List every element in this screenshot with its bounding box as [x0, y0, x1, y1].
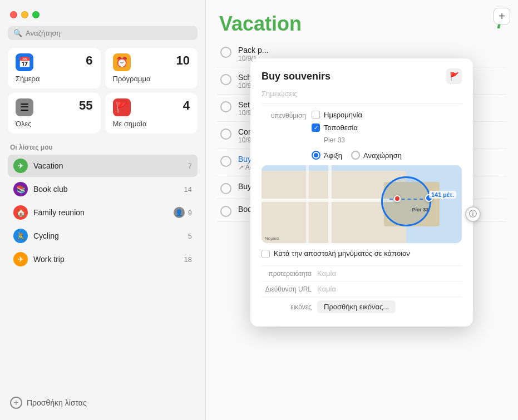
priority-value[interactable]: Καμία [317, 269, 336, 278]
task-checkbox[interactable] [220, 206, 231, 217]
date-checkbox[interactable] [312, 111, 320, 119]
arrival-radio-inner [314, 153, 318, 157]
list-title: Vacation [219, 12, 302, 36]
list-item-cycling-name: Cycling [33, 231, 188, 240]
message-checkbox-label: Κατά την αποστολή μηνύματος σε κάποιον [274, 249, 410, 259]
main-content: + Vacation 7 Pack p... 10/9/1... Sched..… [206, 0, 518, 420]
list-item-work-name: Work trip [33, 255, 184, 264]
list-item-work-count: 18 [184, 255, 192, 264]
distance-label: 141 μέτ. [429, 191, 456, 199]
traffic-lights [10, 11, 198, 18]
all-count: 55 [79, 98, 92, 113]
sidebar: 🔍 📅 6 Σήμερα ⏰ 10 Πρόγραμμα ☰ 55 Όλες 🚩 … [0, 0, 206, 420]
search-bar[interactable]: 🔍 [8, 26, 198, 40]
detail-panel: Buy souvenirs 🚩 Σημειώσεις υπενθύμιση Ημ… [250, 58, 473, 327]
list-item-vacation-count: 7 [188, 162, 192, 170]
notes-placeholder[interactable]: Σημειώσεις [262, 87, 462, 104]
map-background: Pier 33 141 μέτ. Νομικά [262, 165, 462, 243]
priority-row: προτεραιότητα Καμία [262, 265, 462, 281]
date-checkbox-label: Ημερομηνία [324, 111, 362, 119]
url-value[interactable]: Καμία [317, 285, 336, 293]
images-label: εικόνες [262, 303, 312, 311]
add-list-label: Προσθήκη λίστας [27, 398, 87, 407]
panel-header: Buy souvenirs 🚩 [262, 68, 462, 84]
flagged-icon: 🚩 [113, 98, 131, 116]
widget-schedule[interactable]: ⏰ 10 Πρόγραμμα [105, 48, 198, 88]
bookclub-icon: 📚 [13, 182, 28, 196]
list-item-bookclub[interactable]: 📚 Book club 14 [8, 178, 198, 200]
task-checkbox[interactable] [220, 156, 231, 167]
list-item-vacation[interactable]: ✈ Vacation 7 [8, 155, 198, 177]
flag-button[interactable]: 🚩 [446, 68, 462, 84]
date-checkbox-row[interactable]: Ημερομηνία [312, 111, 462, 119]
add-list-button[interactable]: + Προσθήκη λίστας [8, 391, 198, 414]
schedule-icon: ⏰ [113, 53, 131, 71]
departure-radio-button[interactable] [351, 151, 360, 160]
widget-all[interactable]: ☰ 55 Όλες [8, 93, 101, 134]
arrival-departure-radio: Άφιξη Αναχώρηση [312, 151, 462, 160]
fullscreen-button[interactable] [32, 11, 40, 18]
schedule-count: 10 [176, 53, 190, 68]
add-list-icon: + [10, 397, 22, 409]
reminder-section: υπενθύμιση Ημερομηνία ✓ Τοποθεσία Pier 3… [262, 111, 462, 160]
list-item-cycling[interactable]: 🚴 Cycling 5 [8, 225, 198, 247]
add-image-button[interactable]: Προσθήκη εικόνας... [317, 300, 396, 313]
task-name: Pack p... [238, 46, 504, 55]
vacation-icon: ✈ [13, 159, 28, 173]
list-item-bookclub-count: 14 [184, 185, 192, 194]
destination-dot [394, 195, 401, 202]
priority-label: προτεραιότητα [262, 270, 312, 278]
task-checkbox[interactable] [220, 101, 231, 112]
list-item-vacation-name: Vacation [33, 161, 188, 170]
add-item-button[interactable]: + [494, 8, 510, 24]
task-checkbox[interactable] [220, 74, 231, 85]
map-copyright: Νομικά [265, 236, 279, 241]
map-road-h1 [262, 199, 401, 202]
map-container[interactable]: Pier 33 141 μέτ. Νομικά [262, 165, 462, 243]
message-checkbox-row[interactable]: Κατά την αποστολή μηνύματος σε κάποιον [262, 249, 462, 259]
list-item-family-count: 9 [188, 209, 192, 217]
list-item-family-name: Family reunion [33, 208, 174, 217]
list-item-family[interactable]: 🏠 Family reunion 👤 9 [8, 201, 198, 224]
main-header: Vacation 7 [206, 0, 518, 41]
today-icon: 📅 [16, 53, 33, 71]
minimize-button[interactable] [21, 11, 28, 18]
images-row: εικόνες Προσθήκη εικόνας... [262, 297, 462, 317]
flagged-label: Με σημαία [113, 120, 147, 128]
arrival-radio[interactable]: Άφιξη [312, 151, 342, 160]
location-checkbox[interactable]: ✓ [312, 123, 320, 132]
task-checkbox[interactable] [220, 129, 231, 140]
url-label: Διεύθυνση URL [262, 285, 312, 293]
person-badge-icon: 👤 [174, 207, 185, 218]
cycling-icon: 🚴 [13, 229, 28, 243]
list-item-bookclub-name: Book club [33, 185, 184, 194]
map-road-v1 [328, 165, 332, 243]
map-road-v2 [306, 165, 309, 243]
list-item-cycling-count: 5 [188, 232, 192, 240]
flagged-count: 4 [183, 98, 190, 113]
widget-today[interactable]: 📅 6 Σήμερα [8, 48, 101, 88]
location-checkbox-label: Τοποθεσία [324, 123, 358, 132]
departure-radio[interactable]: Αναχώρηση [351, 151, 402, 160]
task-checkbox[interactable] [220, 183, 231, 194]
map-info-button[interactable]: ⓘ [465, 206, 481, 222]
work-icon: ✈ [13, 252, 28, 266]
schedule-label: Πρόγραμμα [113, 75, 151, 83]
widget-flagged[interactable]: 🚩 4 Με σημαία [105, 93, 198, 134]
today-count: 6 [86, 53, 92, 68]
close-button[interactable] [10, 11, 17, 18]
task-checkbox[interactable] [220, 47, 231, 58]
departure-label: Αναχώρηση [363, 151, 402, 160]
search-input[interactable] [26, 29, 192, 37]
today-label: Σήμερα [16, 75, 40, 83]
panel-title: Buy souvenirs [262, 71, 330, 82]
location-name: Pier 33 [324, 136, 462, 144]
search-icon: 🔍 [13, 29, 22, 37]
list-items: ✈ Vacation 7 📚 Book club 14 🏠 Family reu… [8, 155, 198, 387]
location-checkbox-row[interactable]: ✓ Τοποθεσία [312, 123, 462, 132]
reminder-options: Ημερομηνία ✓ Τοποθεσία Pier 33 Άφιξη [312, 111, 462, 160]
arrival-radio-button[interactable] [312, 151, 320, 160]
message-checkbox[interactable] [262, 250, 270, 258]
arrival-label: Άφιξη [324, 151, 342, 160]
list-item-work[interactable]: ✈ Work trip 18 [8, 248, 198, 270]
